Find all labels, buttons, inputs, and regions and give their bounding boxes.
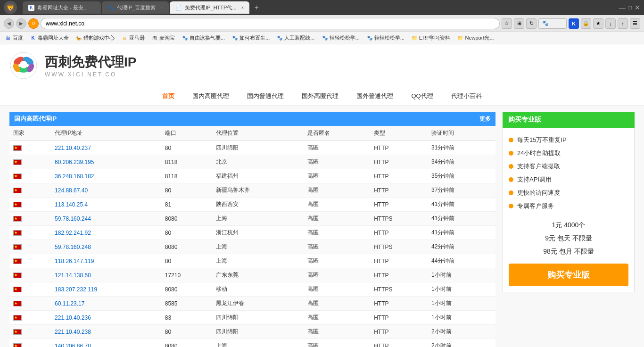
orange-dot	[509, 151, 513, 156]
cell-flag	[9, 339, 51, 347]
bookmark-ai[interactable]: 🐾 人工装配线...	[273, 33, 317, 42]
tab-inactive-1[interactable]: K 毒霸网址大全 - 最安... ×	[23, 1, 101, 14]
bookmark-label-baidu: 百度	[13, 34, 23, 41]
table-row: 60.206.239.195 8118 北京 高匿 HTTP 34分钟前	[9, 155, 495, 169]
star-button[interactable]: ☆	[502, 18, 512, 29]
flag-icon	[13, 159, 22, 165]
bookmark-duba[interactable]: K 毒霸网址大全	[27, 33, 72, 42]
table-row: 221.10.40.238 80 四川绵阳 高匿 HTTP 2小时前	[9, 325, 495, 339]
lock-button[interactable]: 🔒	[581, 18, 591, 29]
forward-button[interactable]: ▶	[16, 18, 26, 29]
cell-ip[interactable]: 183.207.232.119	[51, 282, 161, 297]
bookmark-decorate[interactable]: 🐾 如何布置生...	[229, 33, 272, 42]
table-more-link[interactable]: 更多	[479, 115, 491, 123]
cell-flag	[9, 325, 51, 339]
tab-close-1[interactable]: ×	[92, 5, 95, 10]
maximize-icon[interactable]: □	[628, 4, 632, 11]
bookmark-erp[interactable]: 📁 ERP学习资料	[408, 33, 454, 42]
feature-label: 更快的访问速度	[517, 189, 560, 197]
bookmark-favicon-newport: 📁	[457, 35, 463, 41]
cell-ip[interactable]: 124.88.67.40	[51, 183, 161, 198]
bookmark-label-amazon: 亚马逊	[129, 34, 145, 41]
toolbar-icons: ☆ ⊞ ↻ 🐾 K 🔒 ★ ↓ ↑ ☰	[502, 18, 640, 29]
cell-ip[interactable]: 221.10.40.238	[51, 325, 161, 339]
menu-button[interactable]: ☰	[630, 18, 640, 29]
buy-button[interactable]: 购买专业版	[509, 264, 628, 286]
ip-table-section: 国内高匿代理IP 更多 国家 代理IP地址 端口 代理位置 是否匿名 类型 验证…	[9, 112, 495, 347]
cell-ip[interactable]: 36.248.168.182	[51, 169, 161, 183]
bookmark-liebaogames[interactable]: 🐆 猎豹游戏中心	[73, 33, 117, 42]
cell-type: HTTP	[370, 226, 428, 240]
cell-ip[interactable]: 182.92.241.92	[51, 226, 161, 240]
close-icon[interactable]: ✕	[635, 4, 640, 11]
bookmark-baidu[interactable]: 百 百度	[2, 33, 26, 42]
tab-favicon-1: K	[28, 5, 34, 11]
nav-link-foreign-normal[interactable]: 国外普通代理	[355, 91, 395, 101]
cell-ip[interactable]: 60.11.23.17	[51, 297, 161, 311]
price-info: 1元 4000个9元 包天 不限量98元 包月 不限量	[509, 218, 628, 258]
cell-anon: 高匿	[304, 183, 370, 198]
cell-time: 2小时前	[428, 339, 495, 347]
table-row: 59.78.160.248 8080 上海 高匿 HTTPS 42分钟前	[9, 240, 495, 254]
cell-ip[interactable]: 60.206.239.195	[51, 155, 161, 169]
nav-link-home[interactable]: 首页	[160, 91, 176, 101]
tab-close-3[interactable]: ×	[241, 5, 244, 10]
tab-close-2[interactable]: ×	[160, 5, 163, 10]
cell-type: HTTP	[370, 325, 428, 339]
tab-title-2: 代理IP_百度搜索	[117, 4, 156, 11]
cell-ip[interactable]: 221.10.40.236	[51, 311, 161, 325]
cell-ip[interactable]: 59.78.160.244	[51, 212, 161, 226]
site-title: 西刺免费代理IP	[45, 53, 136, 71]
tab-bar-wrapper: K 毒霸网址大全 - 最安... × 🐾 代理IP_百度搜索 × 📄 免费代理I…	[23, 1, 617, 14]
address-input[interactable]	[41, 18, 500, 29]
k-button[interactable]: K	[569, 18, 579, 29]
cell-anon: 高匿	[304, 155, 370, 169]
bookmark-learn2[interactable]: 🐾 轻轻松松学...	[363, 33, 407, 42]
table-row: 59.78.160.244 8080 上海 高匿 HTTPS 41分钟前	[9, 212, 495, 226]
doggy-search[interactable]: 🐾	[538, 18, 567, 29]
bookmark-swim[interactable]: 🐾 自由泳换气要...	[179, 33, 228, 42]
nav-link-wiki[interactable]: 代理小百科	[449, 91, 484, 101]
cell-ip[interactable]: 221.10.40.237	[51, 141, 161, 155]
orange-dot	[509, 204, 513, 208]
nav-link-domestic-normal[interactable]: 国内普通代理	[245, 91, 286, 101]
bookmark-button[interactable]: ⊞	[514, 18, 524, 29]
reload-button[interactable]: ↻	[526, 18, 537, 29]
cell-time: 1小时前	[428, 297, 495, 311]
bookmark-label-ai: 人工装配线...	[284, 34, 314, 41]
nav-link-domestic-high[interactable]: 国内高匿代理	[190, 91, 231, 101]
bookmark-maitao[interactable]: 淘 麦淘宝	[149, 33, 178, 42]
cell-ip[interactable]: 118.26.147.119	[51, 254, 161, 268]
cell-ip[interactable]: 59.78.160.248	[51, 240, 161, 254]
upload-button[interactable]: ↑	[618, 18, 628, 29]
orange-dot	[509, 164, 513, 169]
bookmark-favicon-erp: 📁	[411, 35, 418, 41]
back-button[interactable]: ◀	[4, 18, 14, 29]
cell-ip[interactable]: 121.14.138.50	[51, 268, 161, 282]
tab-active-3[interactable]: 📄 免费代理IP_HTTP代... ×	[170, 1, 249, 14]
cell-time: 1小时前	[428, 311, 495, 325]
cell-location: 新疆乌鲁木齐	[212, 183, 304, 198]
star2-button[interactable]: ★	[593, 18, 603, 29]
cell-anon: 高匿	[304, 240, 370, 254]
feature-item: 更快的访问速度	[509, 186, 628, 199]
table-row: 221.10.40.237 80 四川绵阳 高匿 HTTP 31分钟前	[9, 141, 495, 155]
bookmark-amazon[interactable]: a 亚马逊	[118, 33, 148, 42]
bookmark-favicon-duba: K	[30, 35, 36, 41]
download-button[interactable]: ↓	[605, 18, 616, 29]
tab-inactive-2[interactable]: 🐾 代理IP_百度搜索 ×	[102, 1, 169, 14]
cell-ip[interactable]: 140.206.86.70	[51, 339, 161, 347]
nav-link-foreign-high[interactable]: 国外高匿代理	[300, 91, 340, 101]
bookmark-learn1[interactable]: 🐾 轻轻松松学...	[319, 33, 363, 42]
bookmark-newport[interactable]: 📁 Newport光...	[454, 33, 496, 42]
cell-type: HTTPS	[370, 240, 428, 254]
minimize-icon[interactable]: —	[619, 4, 626, 11]
ip-table: 国家 代理IP地址 端口 代理位置 是否匿名 类型 验证时间 221.10.40…	[9, 126, 495, 347]
cell-location: 广东东莞	[212, 268, 304, 282]
cell-type: HTTP	[370, 311, 428, 325]
nav-link-qq[interactable]: QQ代理	[409, 91, 435, 101]
refresh-button[interactable]: ↺	[28, 18, 39, 29]
tab-add-button[interactable]: +	[250, 1, 263, 14]
cell-ip[interactable]: 113.140.25.4	[51, 198, 161, 212]
cell-type: HTTP	[370, 141, 428, 155]
